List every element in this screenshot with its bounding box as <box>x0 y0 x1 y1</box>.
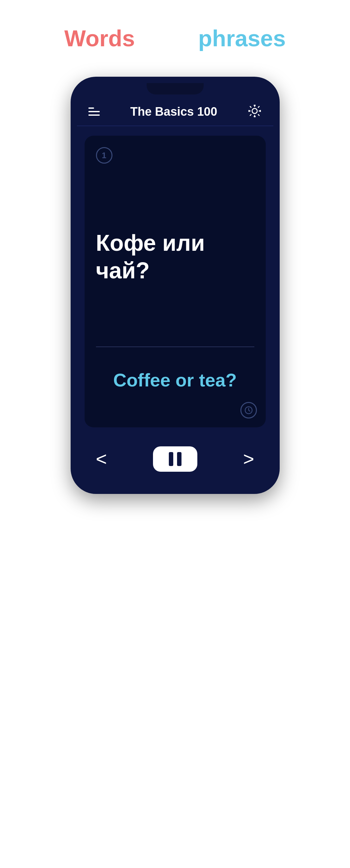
pause-icon <box>169 452 181 466</box>
menu-button[interactable] <box>89 107 100 116</box>
card-divider <box>96 346 254 347</box>
phone-frame: The Basics 100 1 Кофе или чай? Coffee or… <box>71 77 280 494</box>
hamburger-line-1 <box>89 107 94 109</box>
screen-title: The Basics 100 <box>130 105 217 119</box>
pause-bar-right <box>177 452 181 466</box>
question-text: Кофе или чай? <box>96 176 254 337</box>
hamburger-line-3 <box>89 115 100 116</box>
tab-bar: Words phrases <box>0 25 350 51</box>
hamburger-line-2 <box>89 111 100 112</box>
prev-button[interactable]: < <box>96 450 107 469</box>
pause-bar-left <box>169 452 173 466</box>
settings-button[interactable] <box>248 104 261 119</box>
gear-icon <box>248 104 261 118</box>
next-button[interactable]: > <box>243 450 254 469</box>
pause-button[interactable] <box>153 446 197 472</box>
answer-text: Coffee or tea? <box>96 356 254 416</box>
top-bar: The Basics 100 <box>77 98 273 126</box>
bottom-controls: < > <box>77 437 273 478</box>
tab-phrases[interactable]: phrases <box>198 25 286 51</box>
audio-button[interactable] <box>240 402 257 418</box>
phone-notch <box>147 83 204 94</box>
card-number-badge: 1 <box>96 147 112 163</box>
svg-point-0 <box>252 108 257 114</box>
flashcard: 1 Кофе или чай? Coffee or tea? <box>84 136 266 427</box>
clock-icon <box>244 406 253 415</box>
tab-words[interactable]: Words <box>64 25 135 51</box>
card-area: 1 Кофе или чай? Coffee or tea? <box>77 126 273 437</box>
